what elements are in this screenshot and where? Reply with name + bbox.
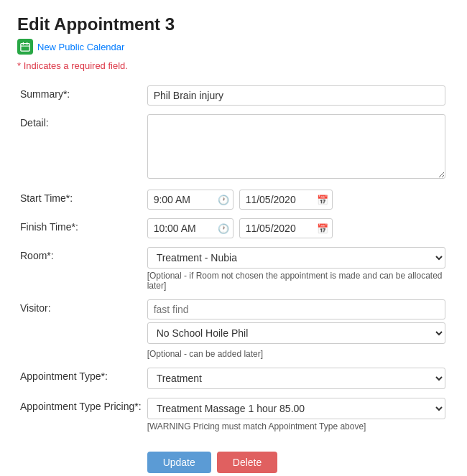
visitor-label: Visitor:	[20, 302, 51, 314]
calendar-icon	[17, 39, 33, 55]
pricing-label: Appointment Type Pricing*:	[20, 401, 142, 412]
detail-label: Detail:	[20, 117, 49, 129]
appt-type-label: Appointment Type*:	[20, 370, 108, 382]
summary-label: Summary*:	[20, 88, 70, 100]
finish-time-label: Finish Time*:	[20, 221, 78, 233]
detail-textarea[interactable]	[147, 114, 445, 179]
pricing-select[interactable]: Treatment Massage 1 hour 85.00 Treatment…	[147, 398, 445, 419]
update-button[interactable]: Update	[147, 452, 211, 473]
start-time-label: Start Time*:	[20, 192, 73, 204]
room-hint: [Optional - if Room not chosen the appoi…	[147, 271, 447, 291]
start-time-input[interactable]	[147, 190, 234, 210]
room-select[interactable]: Treatment - Nubia Treatment - Room 2 No …	[147, 247, 445, 269]
page-title: Edit Appointment 3	[17, 14, 450, 34]
required-note: * Indicates a required field.	[17, 60, 450, 71]
visitor-fastfind-input[interactable]	[147, 299, 445, 319]
start-date-input[interactable]	[239, 190, 333, 210]
pricing-hint: [WARNING Pricing must match Appointment …	[147, 421, 447, 431]
calendar-link[interactable]: New Public Calendar	[37, 42, 124, 52]
svg-rect-0	[21, 44, 29, 52]
visitor-hint: [Optional - can be added later]	[147, 349, 447, 359]
summary-input[interactable]	[147, 85, 445, 106]
finish-date-input[interactable]	[239, 218, 333, 238]
appt-type-select[interactable]: Treatment Consultation Assessment	[147, 368, 445, 389]
finish-time-input[interactable]	[147, 218, 234, 238]
room-label: Room*:	[20, 250, 54, 261]
visitor-select[interactable]: No School Hoile Phil Other Visitor	[147, 322, 445, 344]
delete-button[interactable]: Delete	[217, 452, 277, 473]
